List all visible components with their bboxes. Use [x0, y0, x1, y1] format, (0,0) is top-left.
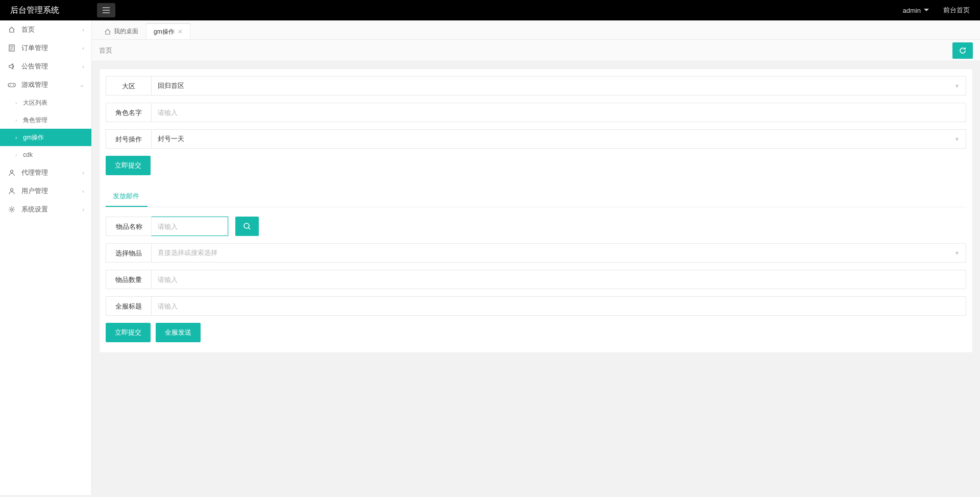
- main-panel: 大区 回归首区 ▼ 角色名字 封号操作 封号一天 ▼ 立即提交: [99, 68, 973, 353]
- sidebar-item-label: 公告管理: [21, 62, 82, 71]
- region-row: 大区 回归首区 ▼: [106, 76, 966, 96]
- select-item-row: 选择物品 直接选择或搜索选择 ▼: [106, 243, 966, 263]
- game-icon: [7, 81, 16, 88]
- submit-button-2[interactable]: 立即提交: [106, 323, 151, 342]
- sidebar-subitem-label: gm操作: [23, 133, 44, 142]
- ban-row: 封号操作 封号一天 ▼: [106, 129, 966, 149]
- brand-title: 后台管理系统: [0, 5, 92, 16]
- chevron-right-icon: ›: [15, 117, 17, 123]
- caret-down-icon: [924, 9, 929, 12]
- ban-select[interactable]: 封号一天 ▼: [152, 129, 966, 149]
- home-icon: [7, 26, 16, 33]
- tab-gm-ops[interactable]: gm操作 ✕: [146, 23, 190, 39]
- item-name-input[interactable]: [152, 217, 228, 236]
- submit-button-1[interactable]: 立即提交: [106, 156, 151, 175]
- svg-point-4: [11, 170, 13, 173]
- topbar-right: admin 前台首页: [903, 6, 980, 15]
- tab-label: gm操作: [154, 28, 175, 36]
- title-label: 全服标题: [106, 296, 152, 316]
- ban-select-value: 封号一天: [158, 134, 184, 144]
- content-area: 我的桌面 gm操作 ✕ 首页 大区 回归首区 ▼ 角色名字: [92, 20, 980, 495]
- svg-point-7: [244, 223, 249, 228]
- role-input[interactable]: [152, 103, 966, 122]
- breadcrumb: 首页: [99, 46, 952, 55]
- chevron-left-icon: ‹: [82, 170, 84, 176]
- tabs-bar: 我的桌面 gm操作 ✕: [92, 20, 980, 40]
- chevron-right-icon: ›: [15, 100, 17, 106]
- sidebar-subitem-role-mgmt[interactable]: › 角色管理: [0, 111, 91, 129]
- home-icon: [105, 29, 111, 35]
- title-row: 全服标题: [106, 296, 966, 316]
- svg-point-3: [13, 85, 14, 86]
- sidebar-item-announce[interactable]: 公告管理 ‹: [0, 57, 91, 76]
- tab-home[interactable]: 我的桌面: [97, 23, 146, 39]
- svg-rect-1: [8, 83, 15, 87]
- search-icon: [243, 222, 251, 230]
- sidebar: 首页 ‹ 订单管理 ‹ 公告管理 ‹ 游戏管理 ⌄ › 大区列表 › 角色管理 …: [0, 20, 92, 495]
- menu-icon: [103, 7, 110, 13]
- user-name: admin: [903, 7, 921, 14]
- sidebar-item-orders[interactable]: 订单管理 ‹: [0, 39, 91, 57]
- sidebar-item-home[interactable]: 首页 ‹: [0, 20, 91, 39]
- user-menu[interactable]: admin: [903, 7, 929, 14]
- svg-point-2: [10, 85, 11, 86]
- sidebar-item-settings[interactable]: 系统设置 ‹: [0, 200, 91, 219]
- speaker-icon: [7, 63, 16, 70]
- role-label: 角色名字: [106, 103, 152, 122]
- close-icon[interactable]: ✕: [178, 28, 183, 35]
- caret-down-icon: ▼: [954, 250, 960, 256]
- sidebar-subitem-gm-ops[interactable]: › gm操作: [0, 129, 91, 146]
- sidebar-subitem-region-list[interactable]: › 大区列表: [0, 94, 91, 111]
- region-label: 大区: [106, 76, 152, 96]
- chevron-right-icon: ›: [15, 135, 17, 140]
- item-qty-label: 物品数量: [106, 270, 152, 289]
- sidebar-item-label: 订单管理: [21, 43, 82, 53]
- chevron-left-icon: ‹: [82, 27, 84, 33]
- item-name-row: 物品名称: [106, 217, 966, 236]
- send-all-button[interactable]: 全服发送: [156, 323, 201, 342]
- topbar: 后台管理系统 admin 前台首页: [0, 0, 980, 20]
- select-item-select[interactable]: 直接选择或搜索选择 ▼: [152, 243, 966, 263]
- sidebar-item-label: 游戏管理: [21, 80, 80, 89]
- sidebar-item-label: 用户管理: [21, 186, 82, 196]
- role-row: 角色名字: [106, 103, 966, 122]
- front-home-link[interactable]: 前台首页: [943, 6, 970, 15]
- gear-icon: [7, 206, 16, 213]
- section-tabs: 发放邮件: [106, 186, 966, 207]
- sidebar-item-user[interactable]: 用户管理 ‹: [0, 182, 91, 200]
- select-item-placeholder: 直接选择或搜索选择: [158, 248, 217, 257]
- region-select[interactable]: 回归首区 ▼: [152, 76, 966, 96]
- sidebar-subitem-label: 角色管理: [23, 116, 47, 125]
- caret-down-icon: ▼: [954, 83, 960, 89]
- caret-down-icon: ▼: [954, 136, 960, 142]
- tab-label: 我的桌面: [114, 27, 138, 36]
- chevron-down-icon: ⌄: [80, 82, 84, 88]
- chevron-left-icon: ‹: [82, 45, 84, 51]
- sidebar-item-agent[interactable]: 代理管理 ‹: [0, 163, 91, 182]
- sidebar-item-game[interactable]: 游戏管理 ⌄: [0, 76, 91, 94]
- tab-send-mail[interactable]: 发放邮件: [106, 186, 148, 207]
- sidebar-item-label: 代理管理: [21, 168, 82, 177]
- select-item-label: 选择物品: [106, 243, 152, 263]
- user-icon: [7, 187, 16, 195]
- ban-label: 封号操作: [106, 129, 152, 149]
- breadcrumb-bar: 首页: [92, 40, 980, 61]
- search-button[interactable]: [235, 217, 259, 236]
- sidebar-item-label: 系统设置: [21, 205, 82, 214]
- title-input[interactable]: [152, 296, 966, 316]
- svg-point-5: [11, 188, 13, 191]
- chevron-left-icon: ‹: [82, 206, 84, 212]
- item-qty-input[interactable]: [152, 270, 966, 289]
- region-select-value: 回归首区: [158, 81, 184, 90]
- sidebar-item-label: 首页: [21, 25, 82, 34]
- sidebar-subitem-label: 大区列表: [23, 99, 47, 107]
- chevron-left-icon: ‹: [82, 63, 84, 69]
- sidebar-subitem-cdk[interactable]: › cdk: [0, 146, 91, 163]
- refresh-icon: [959, 46, 967, 55]
- sidebar-toggle-button[interactable]: [97, 3, 115, 17]
- svg-point-6: [11, 208, 13, 210]
- document-icon: [7, 44, 16, 52]
- chevron-right-icon: ›: [15, 152, 17, 158]
- refresh-button[interactable]: [952, 42, 973, 59]
- chevron-left-icon: ‹: [82, 188, 84, 194]
